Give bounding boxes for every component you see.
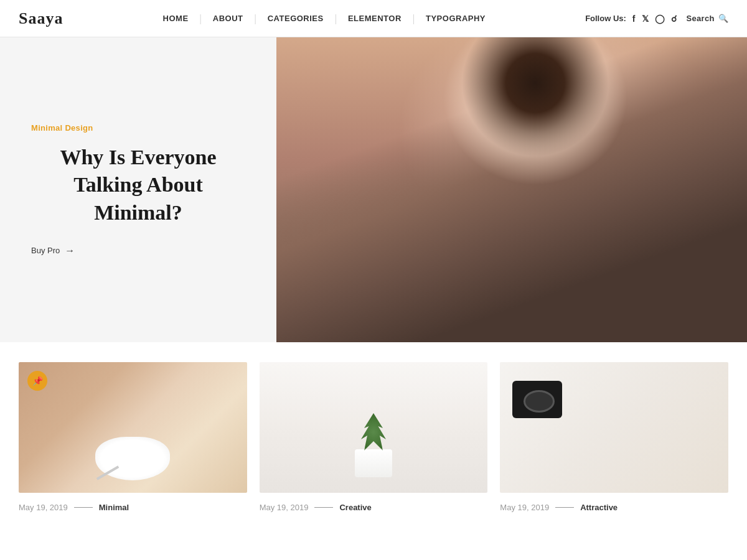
card-1-meta: May 19, 2019 Minimal: [19, 493, 247, 517]
card-list: 📌 May 19, 2019 Minimal May 19, 2019 Crea…: [0, 362, 747, 517]
nav-home[interactable]: HOME: [152, 14, 200, 23]
meta-separator: [314, 507, 333, 508]
card-1: 📌 May 19, 2019 Minimal: [0, 362, 253, 517]
card-1-category[interactable]: Minimal: [99, 503, 129, 512]
hero-section: Minimal Design Why Is Everyone Talking A…: [0, 37, 747, 342]
nav-typography[interactable]: TYPOGRAPHY: [415, 14, 497, 23]
hero-category[interactable]: Minimal Design: [31, 123, 245, 133]
card-2: May 19, 2019 Creative: [253, 362, 494, 517]
arrow-icon: →: [65, 245, 75, 256]
social-facebook[interactable]: f: [632, 14, 636, 24]
hero-left: Minimal Design Why Is Everyone Talking A…: [0, 37, 276, 342]
items-photo: [500, 362, 728, 493]
social-twitter[interactable]: 𝕏: [642, 14, 649, 24]
card-2-image[interactable]: [260, 362, 488, 493]
hero-buy-link[interactable]: Buy Pro →: [31, 245, 245, 256]
follow-label: Follow Us:: [585, 14, 626, 23]
search-label: Search: [687, 14, 715, 23]
nav-elementor[interactable]: ELEMENTOR: [337, 14, 413, 23]
nav-categories[interactable]: CATEGORIES: [256, 14, 335, 23]
card-3-date: May 19, 2019: [500, 503, 549, 512]
social-whatsapp[interactable]: ☌: [671, 14, 677, 24]
nav-about[interactable]: ABOUT: [202, 14, 255, 23]
social-instagram[interactable]: ◯: [655, 14, 665, 24]
hero-photo: [276, 37, 747, 342]
plant-photo: [260, 362, 488, 493]
meta-separator: [555, 507, 574, 508]
hero-title: Why Is Everyone Talking About Minimal?: [31, 144, 245, 226]
card-3-category[interactable]: Attractive: [580, 503, 618, 512]
buy-pro-label: Buy Pro: [31, 246, 60, 255]
header-right: Follow Us: f 𝕏 ◯ ☌ Search 🔍: [585, 14, 728, 24]
card-2-date: May 19, 2019: [260, 503, 309, 512]
card-2-category[interactable]: Creative: [339, 503, 371, 512]
cards-section: 📌 May 19, 2019 Minimal May 19, 2019 Crea…: [0, 350, 747, 523]
card-1-image[interactable]: 📌: [19, 362, 247, 493]
pin-icon: 📌: [27, 371, 47, 391]
main-nav: HOME | ABOUT | CATEGORIES | ELEMENTOR | …: [152, 13, 497, 24]
site-header: Saaya HOME | ABOUT | CATEGORIES | ELEMEN…: [0, 0, 747, 37]
card-1-date: May 19, 2019: [19, 503, 68, 512]
food-photo: [19, 362, 247, 493]
hero-image: [276, 37, 747, 342]
card-3-image[interactable]: [500, 362, 728, 493]
card-3: May 19, 2019 Attractive: [494, 362, 747, 517]
card-2-meta: May 19, 2019 Creative: [260, 493, 488, 517]
search-icon: 🔍: [718, 14, 728, 23]
meta-separator: [74, 507, 93, 508]
search-button[interactable]: Search 🔍: [687, 14, 728, 23]
follow-us: Follow Us: f 𝕏 ◯ ☌: [585, 14, 676, 24]
card-3-meta: May 19, 2019 Attractive: [500, 493, 728, 517]
logo[interactable]: Saaya: [19, 9, 63, 28]
